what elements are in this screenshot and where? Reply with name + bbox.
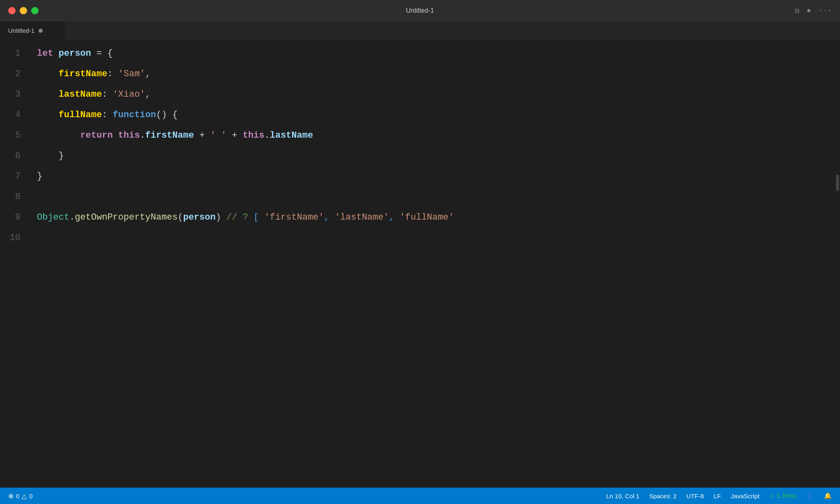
close-button[interactable] (8, 7, 16, 14)
prop-ref-firstname: firstName (145, 128, 194, 143)
status-spaces[interactable]: Spaces: 2 (649, 493, 677, 499)
prop-lastname: lastName (59, 87, 102, 102)
result-lastname: 'lastName' (335, 210, 389, 225)
status-encoding[interactable]: UTF-8 (687, 493, 704, 499)
tab-modified-indicator (39, 29, 43, 33)
tab-bar: Untitled-1 (0, 21, 840, 40)
more-actions-icon[interactable]: ··· (819, 7, 832, 15)
code-line-5: return this . firstName + ' ' + this . l… (37, 125, 840, 146)
window-title: Untitled-1 (406, 7, 434, 14)
traffic-lights (8, 7, 39, 14)
status-person-icon[interactable]: 👤 (806, 492, 814, 499)
result-fullname: 'fullName' (400, 210, 454, 225)
code-line-1: let person = { (37, 43, 840, 64)
status-bell-icon[interactable]: 🔔 (824, 492, 832, 499)
line-number-8: 8 (0, 187, 29, 207)
status-line-col[interactable]: Ln 10, Col 1 (606, 493, 639, 499)
string-sam: 'Sam' (118, 67, 145, 81)
line-number-3: 3 (0, 84, 29, 105)
tab-label: Untitled-1 (8, 27, 34, 34)
line-number-9: 9 (0, 207, 29, 228)
code-line-6: } (37, 146, 840, 166)
scrollbar-track[interactable] (834, 40, 840, 488)
scrollbar-thumb[interactable] (836, 175, 839, 191)
split-editor-icon[interactable]: ⊟ (795, 6, 799, 15)
line-number-2: 2 (0, 64, 29, 84)
warning-count: 0 (29, 493, 32, 499)
string-xiao: 'Xiao' (113, 87, 145, 102)
code-line-3: lastName : 'Xiao' , (37, 84, 840, 105)
status-bar-right: Ln 10, Col 1 Spaces: 2 UTF-8 LF JavaScri… (606, 492, 832, 499)
tab-untitled-1[interactable]: Untitled-1 (0, 21, 66, 40)
result-comma-1: , (324, 210, 335, 225)
status-bar: ⊗ 0 △ 0 Ln 10, Col 1 Spaces: 2 UTF-8 LF … (0, 488, 840, 504)
line-number-6: 6 (0, 146, 29, 166)
line-number-5: 5 (0, 125, 29, 146)
title-bar-actions: ⊟ ● ··· (795, 6, 832, 15)
code-area[interactable]: let person = { firstName : 'Sam' , lastN… (29, 40, 840, 488)
comment-result: // ? (226, 210, 253, 225)
line-number-1: 1 (0, 43, 29, 64)
line-numbers: 1 2 3 4 5 6 7 8 9 10 (0, 40, 29, 488)
status-language[interactable]: JavaScript (731, 493, 760, 499)
line-number-7: 7 (0, 166, 29, 187)
method-getownpropertynames: getOwnPropertyNames (75, 210, 178, 225)
code-line-4: fullName : function () { (37, 105, 840, 125)
warning-icon: △ (22, 492, 27, 500)
prop-fullname: fullName (59, 108, 102, 122)
result-bracket-open: [ (253, 210, 264, 225)
keyword-object: Object (37, 210, 69, 225)
result-firstname: 'firstName' (265, 210, 324, 225)
title-bar: Untitled-1 ⊟ ● ··· (0, 0, 840, 21)
minimize-button[interactable] (20, 7, 27, 14)
error-icon: ⊗ (8, 492, 14, 500)
code-line-8 (37, 187, 840, 207)
keyword-let: let (37, 46, 53, 61)
status-line-ending[interactable]: LF (714, 493, 721, 499)
code-line-2: firstName : 'Sam' , (37, 64, 840, 84)
status-timing: ✓ 1.35ms (769, 492, 797, 499)
code-line-9: Object . getOwnPropertyNames ( person ) … (37, 207, 840, 228)
line-number-10: 10 (0, 228, 29, 248)
maximize-button[interactable] (31, 7, 39, 14)
error-count: 0 (16, 493, 19, 499)
arg-person: person (183, 210, 215, 225)
keyword-return: return (80, 128, 113, 143)
dot-indicator: ● (807, 7, 811, 15)
code-line-7: } (37, 166, 840, 187)
result-comma-2: , (389, 210, 399, 225)
code-line-10 (37, 228, 840, 248)
status-bar-left: ⊗ 0 △ 0 (8, 492, 33, 500)
keyword-this-1: this (118, 128, 140, 143)
prop-firstname: firstName (59, 67, 107, 81)
prop-ref-lastname: lastName (270, 128, 313, 143)
editor: 1 2 3 4 5 6 7 8 9 10 (0, 40, 840, 488)
keyword-function: function (113, 108, 156, 122)
keyword-this-2: this (243, 128, 265, 143)
line-number-4: 4 (0, 105, 29, 125)
status-errors[interactable]: ⊗ 0 △ 0 (8, 492, 33, 500)
var-person: person (59, 46, 91, 61)
string-space: ' ' (210, 128, 227, 143)
